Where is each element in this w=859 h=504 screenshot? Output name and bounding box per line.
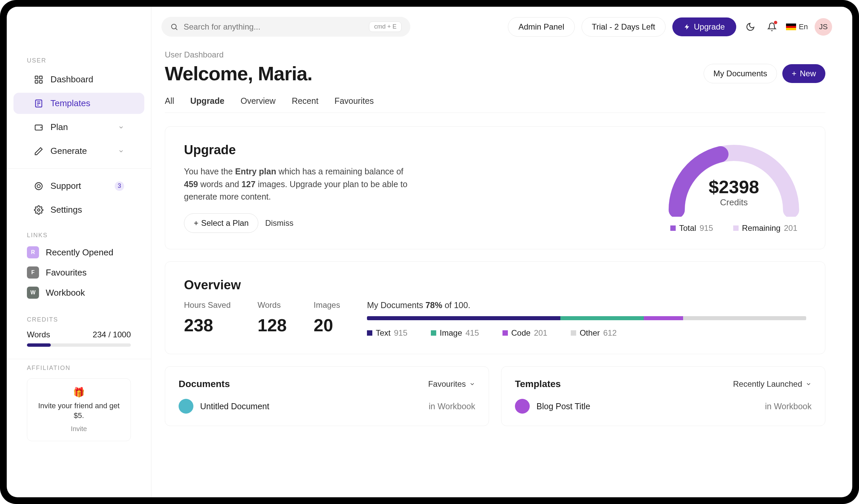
stat-hours: Hours Saved 238 [184, 300, 231, 335]
tab-overview[interactable]: Overview [240, 91, 275, 113]
svg-rect-1 [39, 76, 42, 79]
sidebar-item-plan[interactable]: Plan [13, 116, 144, 138]
templates-title: Templates [515, 379, 561, 390]
sidebar-item-label: Generate [50, 146, 111, 156]
svg-point-9 [35, 183, 42, 189]
sidebar-item-label: Dashboard [50, 74, 124, 85]
plus-icon: + [792, 69, 796, 78]
link-label: Workbook [46, 288, 85, 298]
sidebar-item-templates[interactable]: Templates [13, 93, 144, 114]
stat-images: Images 20 [314, 300, 341, 335]
link-recently-opened[interactable]: R Recently Opened [7, 242, 151, 263]
link-favourites[interactable]: F Favourites [7, 263, 151, 283]
segment-bar [367, 316, 806, 320]
templates-filter[interactable]: Recently Launched [733, 379, 812, 389]
admin-panel-button[interactable]: Admin Panel [508, 17, 574, 37]
new-button[interactable]: + New [782, 64, 825, 83]
trial-status[interactable]: Trial - 2 Days Left [582, 17, 666, 37]
chevron-down-icon [805, 381, 812, 387]
svg-rect-2 [35, 80, 38, 83]
svg-line-13 [176, 28, 178, 30]
sidebar-item-label: Plan [50, 122, 111, 132]
credits-progress [27, 343, 131, 347]
chevron-down-icon [469, 381, 475, 387]
upgrade-text: You have the Entry plan which has a rema… [184, 165, 413, 203]
link-label: Favourites [46, 267, 87, 278]
link-avatar: F [27, 266, 39, 279]
link-avatar: R [27, 246, 39, 258]
upgrade-label: Upgrade [694, 22, 725, 32]
legend-other: Other612 [571, 328, 617, 338]
svg-point-11 [38, 209, 40, 211]
kbd-shortcut: cmd + E [369, 21, 402, 32]
gift-icon: 🎁 [33, 387, 125, 398]
notifications-button[interactable] [765, 19, 779, 34]
documents-card: Documents Favourites Untitled Document i… [165, 366, 489, 426]
flag-icon [786, 23, 796, 30]
support-badge: 3 [115, 182, 124, 191]
credits-name: Words [27, 330, 50, 340]
tabs: All Upgrade Overview Recent Favourites [165, 91, 825, 113]
link-label: Recently Opened [46, 247, 114, 258]
section-user-label: USER [7, 57, 151, 67]
sidebar-item-label: Templates [50, 98, 124, 109]
document-icon [179, 399, 193, 414]
template-row[interactable]: Blog Post Title in Workbook [515, 399, 812, 414]
tab-favourites[interactable]: Favourites [335, 91, 374, 113]
tab-upgrade[interactable]: Upgrade [190, 91, 224, 113]
link-workbook[interactable]: W Workbook [7, 283, 151, 303]
sidebar-item-generate[interactable]: Generate [13, 140, 144, 162]
templates-card: Templates Recently Launched Blog Post Ti… [501, 366, 825, 426]
breadcrumb: User Dashboard [165, 50, 825, 60]
pencil-icon [34, 146, 44, 156]
sidebar: USER Dashboard Templates Plan Generate [7, 7, 151, 497]
affiliation-box: 🎁 Invite your friend and get $5. Invite [27, 378, 131, 441]
section-links-label: LINKS [7, 232, 151, 242]
section-credits-label: CREDITS [7, 316, 151, 327]
chevron-down-icon [118, 124, 124, 130]
tab-all[interactable]: All [165, 91, 174, 113]
language-selector[interactable]: En [786, 19, 808, 34]
documents-filter[interactable]: Favourites [428, 379, 475, 389]
gear-icon [34, 205, 44, 215]
svg-rect-0 [35, 76, 38, 79]
gauge-label: Credits [662, 197, 806, 208]
invite-button[interactable]: Invite [33, 425, 125, 433]
chevron-down-icon [118, 148, 124, 154]
notification-dot [774, 21, 777, 24]
bolt-icon [684, 23, 691, 30]
affil-message: Invite your friend and get $5. [33, 401, 125, 420]
overview-title: Overview [184, 278, 806, 292]
page-title: Welcome, Maria. [165, 62, 312, 85]
select-plan-button[interactable]: + Select a Plan [184, 214, 258, 233]
wallet-icon [34, 122, 44, 132]
document-row[interactable]: Untitled Document in Workbook [179, 399, 475, 414]
upgrade-title: Upgrade [184, 143, 642, 157]
svg-point-10 [37, 185, 40, 188]
search-box[interactable]: cmd + E [162, 17, 410, 37]
legend-remaining: Remaining 201 [733, 223, 797, 233]
upgrade-button[interactable]: Upgrade [672, 17, 736, 36]
dashboard-icon [34, 75, 44, 85]
theme-toggle[interactable] [743, 19, 758, 34]
sidebar-item-label: Settings [50, 205, 124, 215]
sidebar-item-settings[interactable]: Settings [13, 199, 144, 220]
credits-gauge: $2398 Credits [662, 143, 806, 217]
section-affil-label: AFFILIATION [7, 365, 151, 375]
dismiss-button[interactable]: Dismiss [265, 214, 293, 233]
search-input[interactable] [184, 22, 364, 32]
documents-progress-text: My Documents 78% of 100. [367, 300, 806, 310]
overview-card: Overview Hours Saved 238 Words 128 Image… [165, 262, 825, 354]
topbar: cmd + E Admin Panel Trial - 2 Days Left … [151, 7, 852, 43]
sidebar-item-support[interactable]: Support 3 [13, 175, 144, 196]
tab-recent[interactable]: Recent [291, 91, 318, 113]
user-avatar[interactable]: JS [815, 18, 832, 36]
sidebar-item-dashboard[interactable]: Dashboard [13, 69, 144, 90]
legend-text: Text915 [367, 328, 407, 338]
upgrade-card: Upgrade You have the Entry plan which ha… [165, 126, 825, 249]
my-documents-button[interactable]: My Documents [704, 64, 777, 83]
credits-used: 234 / 1000 [93, 330, 131, 340]
legend-total: Total 915 [670, 223, 713, 233]
svg-point-12 [171, 24, 176, 29]
link-avatar: W [27, 287, 39, 299]
